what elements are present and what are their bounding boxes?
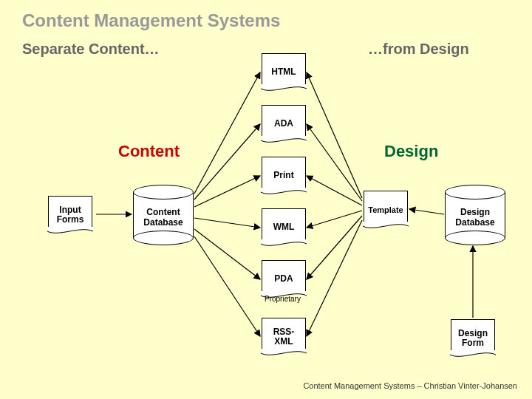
subtitle-right: …from Design xyxy=(368,41,469,58)
svg-line-12 xyxy=(307,220,362,336)
section-content-label: Content xyxy=(118,142,180,161)
svg-line-10 xyxy=(307,211,362,228)
design-database-node: Design Database xyxy=(445,185,505,245)
footer-text: Content Management Systems – Christian V… xyxy=(303,381,517,390)
content-database-node: Content Database xyxy=(133,185,194,245)
doc-wave-icon xyxy=(261,349,307,361)
doc-wave-icon xyxy=(261,136,307,148)
svg-line-4 xyxy=(194,218,260,228)
section-design-label: Design xyxy=(384,142,438,161)
pda-sublabel: Proprietary xyxy=(265,295,301,303)
subtitle-left: Separate Content… xyxy=(22,41,160,58)
doc-wave-icon xyxy=(47,227,93,239)
svg-line-8 xyxy=(307,124,362,201)
svg-line-6 xyxy=(194,236,260,336)
svg-line-3 xyxy=(194,176,260,207)
doc-wave-icon xyxy=(450,350,496,362)
svg-line-5 xyxy=(194,229,260,279)
svg-line-1 xyxy=(194,72,260,194)
page-title: Content Management Systems xyxy=(22,10,280,31)
svg-line-2 xyxy=(194,124,260,200)
doc-wave-icon xyxy=(261,84,307,96)
doc-wave-icon xyxy=(261,239,307,251)
doc-wave-icon xyxy=(363,222,409,233)
doc-wave-icon xyxy=(261,188,307,200)
svg-line-11 xyxy=(307,216,362,279)
svg-line-9 xyxy=(307,176,362,205)
svg-line-7 xyxy=(307,72,362,198)
svg-line-13 xyxy=(409,209,444,214)
